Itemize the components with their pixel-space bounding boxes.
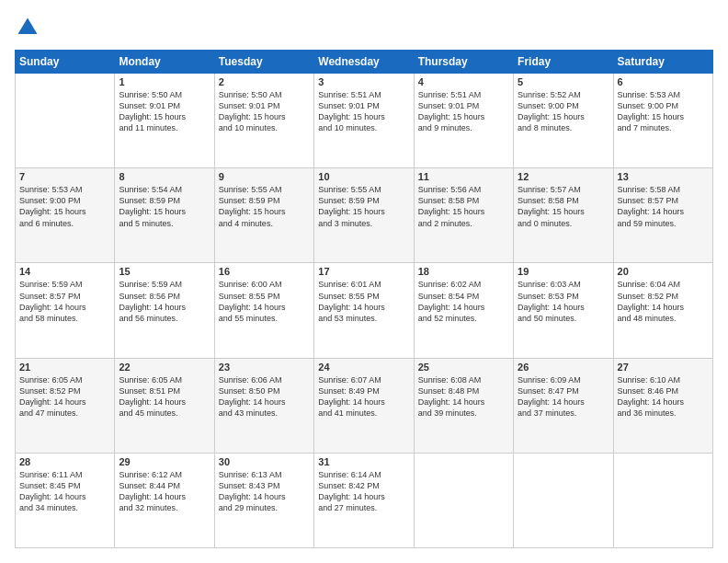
day-info: Sunrise: 5:59 AM Sunset: 8:57 PM Dayligh… [19,279,110,324]
day-info: Sunrise: 5:53 AM Sunset: 9:00 PM Dayligh… [618,89,709,134]
day-number: 10 [318,171,409,182]
day-number: 26 [518,362,609,373]
day-number: 30 [219,456,310,467]
calendar-week-3: 14Sunrise: 5:59 AM Sunset: 8:57 PM Dayli… [16,263,713,358]
calendar-table: SundayMondayTuesdayWednesdayThursdayFrid… [15,50,713,548]
calendar-header-row: SundayMondayTuesdayWednesdayThursdayFrid… [16,51,713,74]
day-info: Sunrise: 6:09 AM Sunset: 8:47 PM Dayligh… [518,374,609,419]
header-day-monday: Monday [115,51,214,74]
day-info: Sunrise: 6:05 AM Sunset: 8:51 PM Dayligh… [119,374,210,419]
day-number: 11 [418,171,509,182]
logo [15,15,44,40]
logo-icon [15,15,40,40]
day-number: 20 [618,266,709,277]
header-day-tuesday: Tuesday [214,51,313,74]
calendar-cell: 22Sunrise: 6:05 AM Sunset: 8:51 PM Dayli… [115,358,214,453]
day-number: 23 [219,362,310,373]
calendar-cell: 9Sunrise: 5:55 AM Sunset: 8:59 PM Daylig… [214,168,313,263]
calendar-cell: 30Sunrise: 6:13 AM Sunset: 8:43 PM Dayli… [214,453,313,547]
calendar-cell: 20Sunrise: 6:04 AM Sunset: 8:52 PM Dayli… [613,263,712,358]
calendar-cell: 14Sunrise: 5:59 AM Sunset: 8:57 PM Dayli… [16,263,115,358]
page: SundayMondayTuesdayWednesdayThursdayFrid… [0,0,728,563]
day-number: 16 [219,266,310,277]
day-info: Sunrise: 6:04 AM Sunset: 8:52 PM Dayligh… [618,279,709,324]
header-day-saturday: Saturday [613,51,712,74]
calendar-cell: 29Sunrise: 6:12 AM Sunset: 8:44 PM Dayli… [115,453,214,547]
day-info: Sunrise: 5:58 AM Sunset: 8:57 PM Dayligh… [618,184,709,229]
day-info: Sunrise: 5:56 AM Sunset: 8:58 PM Dayligh… [418,184,509,229]
calendar-cell [414,453,513,547]
calendar-cell: 16Sunrise: 6:00 AM Sunset: 8:55 PM Dayli… [214,263,313,358]
day-info: Sunrise: 5:51 AM Sunset: 9:01 PM Dayligh… [318,89,409,134]
day-info: Sunrise: 6:03 AM Sunset: 8:53 PM Dayligh… [518,279,609,324]
calendar-cell: 8Sunrise: 5:54 AM Sunset: 8:59 PM Daylig… [115,168,214,263]
day-info: Sunrise: 5:55 AM Sunset: 8:59 PM Dayligh… [318,184,409,229]
day-number: 1 [119,76,210,87]
day-info: Sunrise: 5:57 AM Sunset: 8:58 PM Dayligh… [518,184,609,229]
calendar-cell: 6Sunrise: 5:53 AM Sunset: 9:00 PM Daylig… [613,74,712,168]
day-number: 29 [119,456,210,467]
day-info: Sunrise: 6:14 AM Sunset: 8:42 PM Dayligh… [318,469,409,514]
day-info: Sunrise: 6:08 AM Sunset: 8:48 PM Dayligh… [418,374,509,419]
day-info: Sunrise: 6:07 AM Sunset: 8:49 PM Dayligh… [318,374,409,419]
day-info: Sunrise: 5:59 AM Sunset: 8:56 PM Dayligh… [119,279,210,324]
calendar-cell: 11Sunrise: 5:56 AM Sunset: 8:58 PM Dayli… [414,168,513,263]
day-info: Sunrise: 6:00 AM Sunset: 8:55 PM Dayligh… [219,279,310,324]
day-info: Sunrise: 5:52 AM Sunset: 9:00 PM Dayligh… [518,89,609,134]
day-info: Sunrise: 5:50 AM Sunset: 9:01 PM Dayligh… [219,89,310,134]
calendar-cell: 19Sunrise: 6:03 AM Sunset: 8:53 PM Dayli… [514,263,613,358]
calendar-cell: 13Sunrise: 5:58 AM Sunset: 8:57 PM Dayli… [613,168,712,263]
calendar-cell: 28Sunrise: 6:11 AM Sunset: 8:45 PM Dayli… [16,453,115,547]
day-number: 3 [318,76,409,87]
calendar-cell: 27Sunrise: 6:10 AM Sunset: 8:46 PM Dayli… [613,358,712,453]
day-number: 28 [19,456,110,467]
calendar-week-4: 21Sunrise: 6:05 AM Sunset: 8:52 PM Dayli… [16,358,713,453]
day-number: 5 [518,76,609,87]
day-number: 2 [219,76,310,87]
calendar-cell: 23Sunrise: 6:06 AM Sunset: 8:50 PM Dayli… [214,358,313,453]
calendar-cell: 18Sunrise: 6:02 AM Sunset: 8:54 PM Dayli… [414,263,513,358]
day-info: Sunrise: 6:06 AM Sunset: 8:50 PM Dayligh… [219,374,310,419]
day-info: Sunrise: 6:10 AM Sunset: 8:46 PM Dayligh… [618,374,709,419]
day-info: Sunrise: 6:11 AM Sunset: 8:45 PM Dayligh… [19,469,110,514]
calendar-cell: 17Sunrise: 6:01 AM Sunset: 8:55 PM Dayli… [314,263,414,358]
day-info: Sunrise: 6:01 AM Sunset: 8:55 PM Dayligh… [318,279,409,324]
calendar-cell: 24Sunrise: 6:07 AM Sunset: 8:49 PM Dayli… [314,358,414,453]
day-info: Sunrise: 6:05 AM Sunset: 8:52 PM Dayligh… [19,374,110,419]
day-info: Sunrise: 5:50 AM Sunset: 9:01 PM Dayligh… [119,89,210,134]
calendar-cell: 12Sunrise: 5:57 AM Sunset: 8:58 PM Dayli… [514,168,613,263]
day-number: 18 [418,266,509,277]
day-number: 27 [618,362,709,373]
calendar-week-2: 7Sunrise: 5:53 AM Sunset: 9:00 PM Daylig… [16,168,713,263]
header-day-sunday: Sunday [16,51,115,74]
day-number: 14 [19,266,110,277]
day-number: 22 [119,362,210,373]
header-day-friday: Friday [514,51,613,74]
day-number: 19 [518,266,609,277]
day-number: 12 [518,171,609,182]
day-number: 6 [618,76,709,87]
day-number: 31 [318,456,409,467]
day-info: Sunrise: 6:13 AM Sunset: 8:43 PM Dayligh… [219,469,310,514]
day-number: 24 [318,362,409,373]
calendar-cell: 10Sunrise: 5:55 AM Sunset: 8:59 PM Dayli… [314,168,414,263]
calendar-cell: 31Sunrise: 6:14 AM Sunset: 8:42 PM Dayli… [314,453,414,547]
calendar-cell: 7Sunrise: 5:53 AM Sunset: 9:00 PM Daylig… [16,168,115,263]
day-info: Sunrise: 5:53 AM Sunset: 9:00 PM Dayligh… [19,184,110,229]
svg-rect-1 [23,28,32,33]
header-day-wednesday: Wednesday [314,51,414,74]
calendar-cell: 5Sunrise: 5:52 AM Sunset: 9:00 PM Daylig… [514,74,613,168]
day-info: Sunrise: 5:55 AM Sunset: 8:59 PM Dayligh… [219,184,310,229]
calendar-week-5: 28Sunrise: 6:11 AM Sunset: 8:45 PM Dayli… [16,453,713,547]
calendar-cell: 3Sunrise: 5:51 AM Sunset: 9:01 PM Daylig… [314,74,414,168]
day-info: Sunrise: 6:02 AM Sunset: 8:54 PM Dayligh… [418,279,509,324]
calendar-cell: 2Sunrise: 5:50 AM Sunset: 9:01 PM Daylig… [214,74,313,168]
day-info: Sunrise: 5:51 AM Sunset: 9:01 PM Dayligh… [418,89,509,134]
day-number: 13 [618,171,709,182]
day-info: Sunrise: 5:54 AM Sunset: 8:59 PM Dayligh… [119,184,210,229]
calendar-cell [514,453,613,547]
calendar-week-1: 1Sunrise: 5:50 AM Sunset: 9:01 PM Daylig… [16,74,713,168]
calendar-cell [16,74,115,168]
calendar-cell: 21Sunrise: 6:05 AM Sunset: 8:52 PM Dayli… [16,358,115,453]
day-number: 25 [418,362,509,373]
